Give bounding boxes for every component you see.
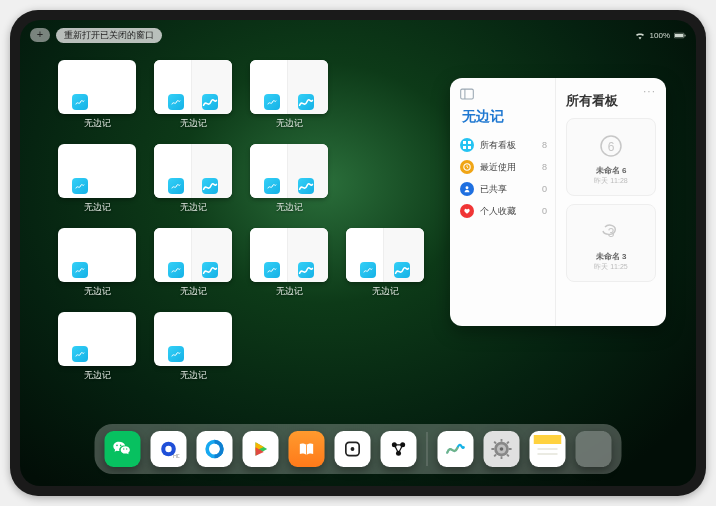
- window-thumbnail[interactable]: 无边记: [344, 228, 426, 298]
- window-thumbnail[interactable]: 无边记: [152, 228, 234, 298]
- window-thumbnail[interactable]: 无边记: [56, 312, 138, 382]
- board-card[interactable]: 3 未命名 3 昨天 11:25: [566, 204, 656, 282]
- window-thumbnail[interactable]: 无边记: [56, 144, 138, 214]
- freeform-icon: [264, 178, 280, 194]
- board-name: 未命名 3: [596, 251, 627, 262]
- dock-app-qqbrowser[interactable]: [197, 431, 233, 467]
- freeform-icon: [168, 94, 184, 110]
- dock-app-graph[interactable]: [381, 431, 417, 467]
- sidebar-item-label: 最近使用: [480, 161, 516, 174]
- svg-line-31: [494, 442, 496, 444]
- freeform-icon: [202, 94, 218, 110]
- window-thumbnail[interactable]: 无边记: [248, 60, 330, 130]
- svg-rect-1: [675, 33, 684, 36]
- svg-rect-8: [468, 146, 471, 149]
- window-label: 无边记: [84, 285, 111, 298]
- window-thumbnail[interactable]: 无边记: [56, 228, 138, 298]
- freeform-icon: [72, 178, 88, 194]
- screen: + 重新打开已关闭的窗口 100% 无边记 无边记 无边记: [20, 20, 696, 486]
- svg-text:3: 3: [608, 226, 615, 240]
- svg-rect-3: [461, 89, 474, 99]
- more-icon[interactable]: ···: [643, 84, 656, 98]
- window-label: 无边记: [84, 369, 111, 382]
- clock-icon: [460, 160, 474, 174]
- window-label: 无边记: [180, 369, 207, 382]
- board-name: 未命名 6: [596, 165, 627, 176]
- freeform-icon: [394, 262, 410, 278]
- freeform-icon: [264, 262, 280, 278]
- freeform-icon: [202, 178, 218, 194]
- window-label: 无边记: [276, 285, 303, 298]
- sidebar-item-label: 所有看板: [480, 139, 516, 152]
- dock: HD: [95, 424, 622, 474]
- board-date: 昨天 11:25: [594, 262, 627, 272]
- window-thumbnail[interactable]: 无边记: [152, 60, 234, 130]
- sidebar-item-count: 0: [542, 206, 547, 216]
- freeform-icon: [72, 346, 88, 362]
- reopen-closed-window-button[interactable]: 重新打开已关闭的窗口: [56, 28, 162, 43]
- top-bar: + 重新打开已关闭的窗口 100%: [30, 26, 686, 44]
- grid-icon: [460, 138, 474, 152]
- sidebar-item-shared[interactable]: 已共享 0: [460, 178, 547, 200]
- panel-title: 无边记: [462, 108, 547, 126]
- freeform-icon: [72, 94, 88, 110]
- dock-app-wechat[interactable]: [105, 431, 141, 467]
- dock-app-books[interactable]: [289, 431, 325, 467]
- dock-app-uc[interactable]: HD: [151, 431, 187, 467]
- svg-rect-7: [463, 146, 466, 149]
- sidebar-item-count: 8: [542, 140, 547, 150]
- freeform-icon: [168, 262, 184, 278]
- dock-app-dice[interactable]: [335, 431, 371, 467]
- svg-text:HD: HD: [173, 453, 179, 459]
- board-sketch-icon: 6: [596, 129, 626, 163]
- window-label: 无边记: [84, 117, 111, 130]
- freeform-icon: [72, 262, 88, 278]
- window-thumbnail[interactable]: 无边记: [248, 144, 330, 214]
- svg-line-33: [494, 455, 496, 457]
- board-sketch-icon: 3: [596, 215, 626, 249]
- svg-rect-6: [468, 141, 471, 144]
- freeform-sidebar-panel[interactable]: ··· 无边记 所有看板 8 最近使用 8 已共享: [450, 78, 666, 326]
- dock-separator: [427, 432, 428, 466]
- svg-point-26: [500, 447, 504, 451]
- freeform-icon: [168, 346, 184, 362]
- dock-app-notes[interactable]: [530, 431, 566, 467]
- new-window-button[interactable]: +: [30, 28, 50, 42]
- svg-line-34: [507, 442, 509, 444]
- sidebar-item-count: 8: [542, 162, 547, 172]
- svg-point-20: [351, 447, 355, 451]
- window-label: 无边记: [372, 285, 399, 298]
- svg-rect-35: [534, 435, 562, 444]
- dock-app-library[interactable]: [576, 431, 612, 467]
- window-thumbnail[interactable]: 无边记: [248, 228, 330, 298]
- sidebar-item-count: 0: [542, 184, 547, 194]
- window-thumbnail[interactable]: 无边记: [56, 60, 138, 130]
- svg-point-10: [466, 186, 469, 189]
- sidebar-item-favorites[interactable]: 个人收藏 0: [460, 200, 547, 222]
- window-label: 无边记: [180, 201, 207, 214]
- window-label: 无边记: [276, 201, 303, 214]
- sidebar-item-all-boards[interactable]: 所有看板 8: [460, 134, 547, 156]
- wifi-icon: [634, 31, 646, 40]
- board-card[interactable]: 6 未命名 6 昨天 11:28: [566, 118, 656, 196]
- battery-text: 100%: [650, 31, 670, 40]
- freeform-icon: [298, 178, 314, 194]
- window-label: 无边记: [84, 201, 111, 214]
- battery-icon: [674, 31, 686, 40]
- svg-rect-2: [685, 34, 686, 36]
- dock-app-freeform[interactable]: [438, 431, 474, 467]
- sidebar-toggle-icon[interactable]: [460, 88, 474, 100]
- window-label: 无边记: [180, 285, 207, 298]
- ipad-frame: + 重新打开已关闭的窗口 100% 无边记 无边记 无边记: [10, 10, 706, 496]
- freeform-icon: [360, 262, 376, 278]
- dock-app-settings[interactable]: [484, 431, 520, 467]
- window-thumbnail[interactable]: 无边记: [152, 144, 234, 214]
- sidebar-item-label: 个人收藏: [480, 205, 516, 218]
- people-icon: [460, 182, 474, 196]
- freeform-icon: [298, 262, 314, 278]
- sidebar-item-recents[interactable]: 最近使用 8: [460, 156, 547, 178]
- freeform-icon: [264, 94, 280, 110]
- dock-app-video[interactable]: [243, 431, 279, 467]
- window-thumbnail[interactable]: 无边记: [152, 312, 234, 382]
- window-label: 无边记: [180, 117, 207, 130]
